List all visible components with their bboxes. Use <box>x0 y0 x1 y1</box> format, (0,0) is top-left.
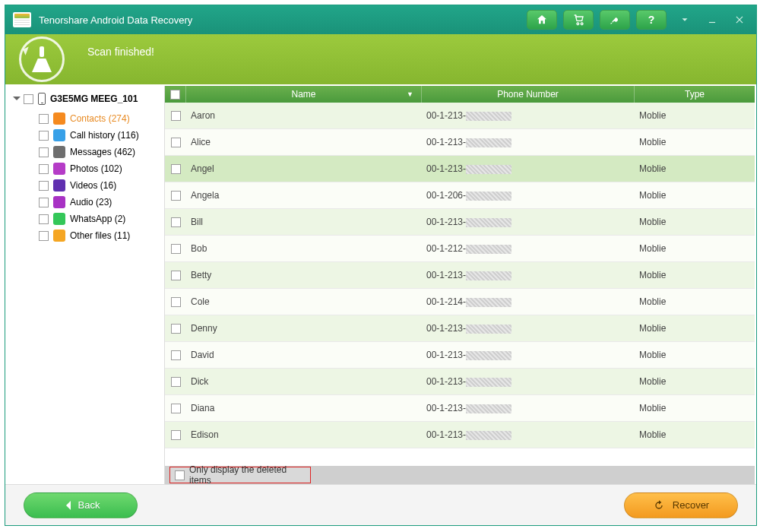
sidebar-checkbox[interactable] <box>39 131 49 141</box>
minimize-button[interactable] <box>703 11 721 29</box>
table-row[interactable]: Alice00-1-213-Moblie <box>165 129 755 156</box>
cell-type: Moblie <box>635 270 755 280</box>
table-body[interactable]: Aaron00-1-213-MoblieAlice00-1-213-Moblie… <box>165 103 755 466</box>
row-checkbox[interactable] <box>171 164 181 174</box>
dropdown-button[interactable] <box>676 11 694 29</box>
row-checkbox[interactable] <box>171 350 181 360</box>
device-checkbox[interactable] <box>24 94 33 104</box>
tree-children: Contacts (274)Call history (116)Messages… <box>39 110 161 244</box>
sidebar-checkbox[interactable] <box>39 164 49 174</box>
header-name-label: Name <box>291 89 315 100</box>
table-row[interactable]: Angel00-1-213-Moblie <box>165 156 755 182</box>
cell-type: Moblie <box>635 323 755 334</box>
sidebar-item-6[interactable]: WhatsApp (2) <box>39 211 161 227</box>
table-row[interactable]: Dick00-1-213-Moblie <box>165 369 755 395</box>
sidebar-checkbox[interactable] <box>39 198 49 207</box>
table-row[interactable]: Cole00-1-214-Moblie <box>165 289 755 315</box>
phone-redacted <box>466 404 511 413</box>
row-checkbox[interactable] <box>171 377 181 387</box>
phone-prefix: 00-1-212- <box>426 243 466 254</box>
phone-prefix: 00-1-213- <box>426 163 466 174</box>
recover-button[interactable]: Recover <box>624 492 738 518</box>
row-checkbox[interactable] <box>171 217 181 227</box>
files-icon <box>53 230 65 242</box>
table-row[interactable]: Edison00-1-213-Moblie <box>165 422 755 448</box>
row-checkbox[interactable] <box>171 324 181 334</box>
sidebar-checkbox[interactable] <box>39 147 49 157</box>
cell-phone: 00-1-213- <box>422 217 635 227</box>
sidebar-item-label: Contacts (274) <box>70 113 130 124</box>
videos-icon <box>53 179 65 192</box>
messages-icon <box>53 146 65 158</box>
key-button[interactable] <box>600 10 630 30</box>
sidebar-item-label: Other files (11) <box>70 230 130 241</box>
select-all-checkbox[interactable] <box>170 90 180 100</box>
device-name: G3E5MG MEEG_101 <box>50 93 138 104</box>
row-checkbox[interactable] <box>171 244 181 254</box>
cell-name: Diana <box>186 403 422 413</box>
phone-prefix: 00-1-213- <box>426 137 466 147</box>
cell-name: David <box>186 350 422 360</box>
expand-icon[interactable] <box>13 97 21 104</box>
back-arrow-icon <box>62 501 71 510</box>
cell-phone: 00-1-213- <box>422 270 635 280</box>
sidebar-item-2[interactable]: Messages (462) <box>39 144 161 160</box>
cell-type: Moblie <box>635 403 755 413</box>
cell-type: Moblie <box>635 243 755 254</box>
help-button[interactable]: ? <box>636 10 667 30</box>
row-checkbox[interactable] <box>171 297 181 307</box>
cart-button[interactable] <box>563 10 594 30</box>
table-row[interactable]: Aaron00-1-213-Moblie <box>165 103 755 129</box>
row-checkbox[interactable] <box>171 271 181 280</box>
table-row[interactable]: Angela00-1-206-Moblie <box>165 182 755 209</box>
row-checkbox-cell <box>165 111 186 121</box>
row-checkbox-cell <box>165 271 186 280</box>
phone-redacted <box>466 218 511 227</box>
sidebar-item-3[interactable]: Photos (102) <box>39 160 161 177</box>
tree-device-row[interactable]: G3E5MG MEEG_101 <box>11 90 161 107</box>
app-title: Tenorshare Android Data Recovery <box>39 14 192 26</box>
header-type-label: Type <box>685 89 705 100</box>
sidebar-item-label: Audio (23) <box>70 197 112 207</box>
sidebar-item-5[interactable]: Audio (23) <box>39 194 161 211</box>
table-row[interactable]: Bill00-1-213-Moblie <box>165 209 755 236</box>
table-row[interactable]: Bob00-1-212-Moblie <box>165 236 755 262</box>
cell-phone: 00-1-213- <box>422 376 635 387</box>
row-checkbox[interactable] <box>171 430 181 440</box>
cell-type: Moblie <box>635 296 755 307</box>
app-window: Tenorshare Android Data Recovery ? Scan … <box>5 5 757 526</box>
table-row[interactable]: Diana00-1-213-Moblie <box>165 395 755 422</box>
status-banner: Scan finished! <box>5 34 756 84</box>
row-checkbox[interactable] <box>171 111 181 121</box>
table-row[interactable]: Denny00-1-213-Moblie <box>165 315 755 342</box>
sidebar-item-4[interactable]: Videos (16) <box>39 177 161 194</box>
header-type[interactable]: Type <box>635 86 755 103</box>
table-row[interactable]: David00-1-213-Moblie <box>165 342 755 369</box>
cell-name: Angel <box>186 163 422 174</box>
minimize-icon <box>707 14 717 25</box>
chevron-down-icon <box>679 14 690 25</box>
row-checkbox-cell <box>165 164 186 174</box>
sidebar-checkbox[interactable] <box>39 231 49 241</box>
sidebar-checkbox[interactable] <box>39 214 49 224</box>
deleted-items-filter[interactable]: Only display the deleted items <box>169 467 311 483</box>
sidebar-checkbox[interactable] <box>39 181 49 191</box>
sidebar-item-7[interactable]: Other files (11) <box>39 227 161 244</box>
home-button[interactable] <box>527 10 557 30</box>
sidebar-checkbox[interactable] <box>39 114 49 124</box>
row-checkbox[interactable] <box>171 404 181 413</box>
back-button[interactable]: Back <box>24 492 138 518</box>
sort-icon: ▼ <box>407 90 413 98</box>
row-checkbox[interactable] <box>171 191 181 201</box>
header-name[interactable]: Name ▼ <box>186 86 422 103</box>
table-row[interactable]: Betty00-1-213-Moblie <box>165 262 755 289</box>
scan-icon <box>19 36 65 82</box>
phone-redacted <box>466 431 511 440</box>
sidebar-item-1[interactable]: Call history (116) <box>39 127 161 144</box>
header-phone[interactable]: Phone Number <box>422 86 635 103</box>
filter-checkbox[interactable] <box>175 470 185 480</box>
row-checkbox-cell <box>165 217 186 227</box>
sidebar-item-0[interactable]: Contacts (274) <box>39 110 161 127</box>
row-checkbox[interactable] <box>171 138 181 147</box>
close-button[interactable] <box>730 11 749 29</box>
